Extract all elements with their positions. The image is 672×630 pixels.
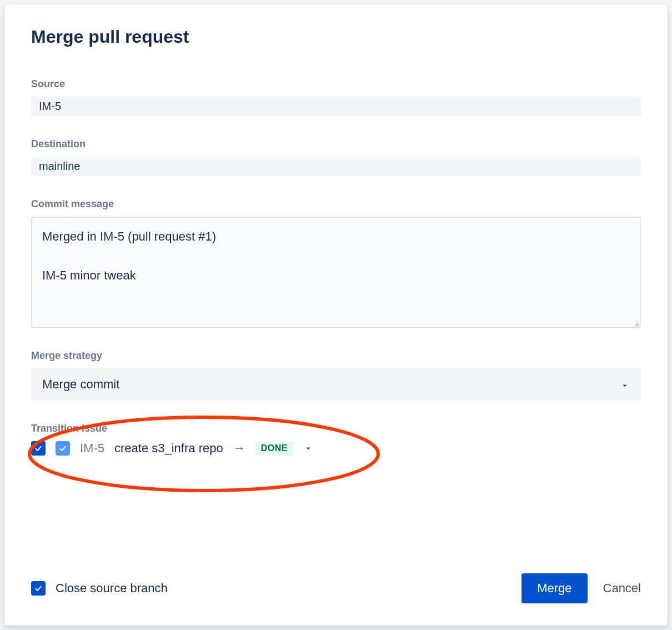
- issue-key: IM-5: [80, 441, 104, 456]
- arrow-right-icon: →: [233, 441, 245, 456]
- dialog-footer: Close source branch Merge Cancel: [31, 573, 641, 603]
- issue-title: create s3_infra repo: [114, 441, 223, 456]
- status-badge: DONE: [255, 441, 293, 456]
- dialog-title: Merge pull request: [31, 27, 641, 47]
- merge-strategy-select[interactable]: Merge commit: [31, 368, 641, 401]
- commit-message-input[interactable]: [31, 217, 641, 328]
- source-label: Source: [31, 78, 641, 90]
- close-source-branch-label: Close source branch: [56, 581, 168, 596]
- source-branch-tag: IM-5: [31, 97, 641, 116]
- merge-button[interactable]: Merge: [521, 573, 587, 603]
- merge-pull-request-dialog: Merge pull request Source IM-5 Destinati…: [4, 4, 668, 626]
- merge-strategy-value: Merge commit: [42, 377, 119, 392]
- destination-branch-tag: mainline: [31, 157, 641, 176]
- transition-issue-row: IM-5 create s3_infra repo → DONE: [31, 441, 641, 456]
- cancel-button[interactable]: Cancel: [603, 581, 641, 596]
- merge-strategy-label: Merge strategy: [31, 350, 641, 362]
- status-dropdown-chevron-icon[interactable]: [303, 443, 313, 453]
- chevron-down-icon: [620, 379, 630, 389]
- close-source-branch-checkbox[interactable]: [31, 581, 46, 596]
- transition-all-checkbox[interactable]: [31, 441, 46, 456]
- transition-issue-label: Transition issue: [31, 423, 641, 434]
- commit-message-label: Commit message: [31, 198, 641, 210]
- transition-issue-checkbox[interactable]: [56, 441, 70, 456]
- close-source-branch-option: Close source branch: [31, 581, 168, 596]
- destination-label: Destination: [31, 138, 641, 150]
- footer-actions: Merge Cancel: [521, 573, 641, 603]
